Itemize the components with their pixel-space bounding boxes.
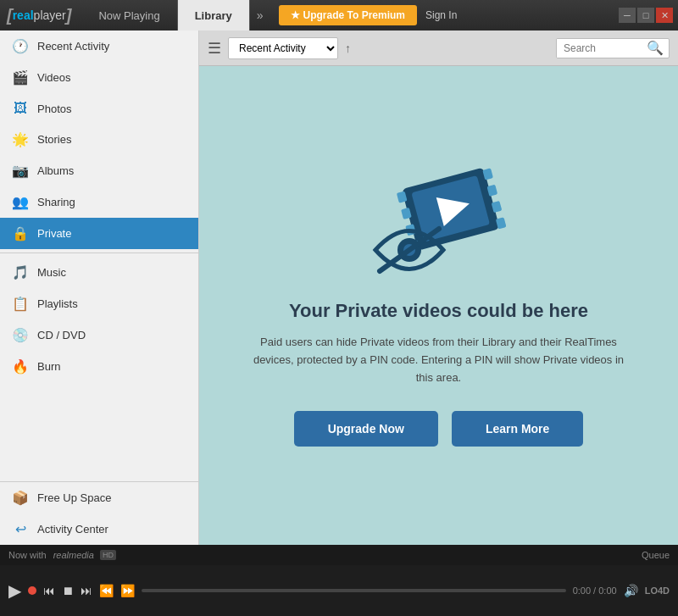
player-bar: ▶ ⏮ ⏹ ⏭ ⏪ ⏩ 0:00 / 0:00 🔊 LO4D (0, 565, 678, 616)
title-tabs: Now Playing Library » (81, 0, 270, 31)
tab-overflow-arrow[interactable]: » (250, 0, 270, 31)
record-button[interactable] (28, 586, 36, 595)
sidebar-item-cd-dvd[interactable]: 💿 CD / DVD (0, 319, 198, 351)
content-toolbar: ☰ Recent Activity ↑ 🔍 (199, 31, 678, 66)
logo: [ real player ] (0, 6, 78, 25)
skip-back-button[interactable]: ⏮ (43, 584, 55, 597)
private-icon: 🔒 (12, 225, 29, 241)
sidebar-item-albums[interactable]: 📷 Albums (0, 155, 198, 186)
sharing-icon: 👥 (12, 194, 29, 210)
private-content: Your Private videos could be here Paid u… (199, 66, 678, 545)
watermark-text: LO4D (645, 585, 670, 596)
play-button[interactable]: ▶ (8, 580, 21, 601)
sidebar-item-sharing[interactable]: 👥 Sharing (0, 186, 198, 218)
logo-real: real (13, 8, 34, 22)
sidebar-item-playlists[interactable]: 📋 Playlists (0, 288, 198, 319)
playlists-icon: 📋 (12, 296, 29, 312)
progress-bar[interactable] (142, 589, 566, 592)
star-icon: ★ (291, 9, 300, 21)
clock-icon: 🕐 (12, 38, 29, 54)
sidebar-bottom: 📦 Free Up Space ↩ Activity Center (0, 481, 198, 545)
status-bar: Now with realmedia HD Queue (0, 545, 678, 565)
logo-bracket: [ (7, 6, 13, 25)
music-icon: 🎵 (12, 264, 29, 280)
private-icon-area (363, 164, 515, 283)
search-box: 🔍 (556, 38, 670, 58)
sign-in-button[interactable]: Sign In (425, 9, 457, 21)
upgrade-now-button[interactable]: Upgrade Now (294, 411, 438, 447)
sidebar: 🕐 Recent Activity 🎬 Videos 🖼 Photos 🌟 St… (0, 31, 199, 545)
sidebar-item-recent-activity[interactable]: 🕐 Recent Activity (0, 31, 198, 62)
sidebar-item-burn[interactable]: 🔥 Burn (0, 351, 198, 382)
upgrade-premium-button[interactable]: ★ Upgrade To Premium (279, 5, 417, 25)
photo-icon: 🖼 (12, 101, 29, 116)
learn-more-button[interactable]: Learn More (452, 411, 583, 447)
sidebar-divider-1 (0, 253, 198, 253)
sidebar-item-free-up-space[interactable]: 📦 Free Up Space (0, 482, 198, 513)
activity-center-icon: ↩ (12, 521, 29, 537)
content-area: ☰ Recent Activity ↑ 🔍 (199, 31, 678, 545)
realmedia-text: realmedia (53, 550, 94, 560)
tab-now-playing[interactable]: Now Playing (81, 0, 177, 31)
tab-library[interactable]: Library (178, 0, 250, 31)
maximize-button[interactable]: □ (637, 8, 654, 23)
video-icon: 🎬 (12, 69, 29, 86)
private-section-description: Paid users can hide Private videos from … (253, 334, 625, 386)
window-controls: ─ □ ✕ (619, 8, 678, 23)
sidebar-item-photos[interactable]: 🖼 Photos (0, 93, 198, 124)
title-bar: [ real player ] Now Playing Library » ★ … (0, 0, 678, 31)
search-input[interactable] (557, 39, 642, 58)
queue-button[interactable]: Queue (642, 550, 670, 560)
minimize-button[interactable]: ─ (619, 8, 636, 23)
hd-badge: HD (100, 550, 116, 560)
close-button[interactable]: ✕ (656, 8, 673, 23)
private-section-title: Your Private videos could be here (289, 300, 588, 322)
sidebar-item-private[interactable]: 🔒 Private (0, 218, 198, 249)
time-display: 0:00 / 0:00 (573, 585, 617, 596)
sort-arrow-icon[interactable]: ↑ (345, 42, 351, 55)
albums-icon: 📷 (12, 163, 29, 179)
realmedia-logo: Now with realmedia HD (8, 550, 116, 560)
now-with-label: Now with (8, 550, 47, 560)
search-icon: 🔍 (642, 40, 669, 56)
fast-forward-button[interactable]: ⏩ (120, 584, 135, 597)
volume-icon[interactable]: 🔊 (624, 584, 638, 597)
sidebar-item-activity-center[interactable]: ↩ Activity Center (0, 513, 198, 545)
rewind-button[interactable]: ⏪ (99, 584, 114, 597)
cd-dvd-icon: 💿 (12, 327, 29, 343)
main-layout: 🕐 Recent Activity 🎬 Videos 🖼 Photos 🌟 St… (0, 31, 678, 545)
logo-player: player (34, 8, 66, 22)
menu-icon[interactable]: ☰ (208, 39, 221, 58)
sidebar-item-stories[interactable]: 🌟 Stories (0, 124, 198, 155)
sidebar-item-music[interactable]: 🎵 Music (0, 257, 198, 288)
sidebar-item-videos[interactable]: 🎬 Videos (0, 62, 198, 93)
stories-icon: 🌟 (12, 131, 29, 147)
svg-line-13 (380, 229, 439, 271)
free-space-icon: 📦 (12, 490, 29, 506)
action-buttons: Upgrade Now Learn More (294, 411, 584, 447)
skip-forward-button[interactable]: ⏭ (81, 584, 92, 597)
volume-area: 🔊 (624, 584, 638, 597)
logo-bracket-close: ] (66, 6, 72, 25)
burn-icon: 🔥 (12, 358, 29, 375)
stop-button[interactable]: ⏹ (62, 584, 74, 597)
eye-slash-icon (371, 220, 447, 283)
view-dropdown[interactable]: Recent Activity (228, 37, 338, 59)
